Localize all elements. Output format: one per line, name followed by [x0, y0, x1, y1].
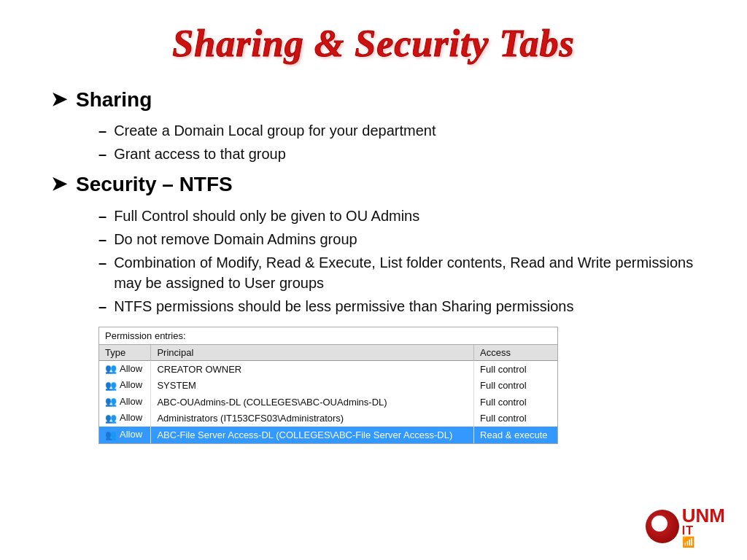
slide: Sharing & Security Tabs ➤ Sharing – Crea…	[0, 0, 747, 560]
cell-principal: Administrators (IT153CFS03\Administrator…	[151, 410, 474, 427]
permission-table: Type Principal Access 👥Allow CREATOR OWN…	[99, 345, 557, 443]
permission-box: Permission entries: Type Principal Acces…	[98, 327, 558, 444]
cell-principal: ABC-File Server Access-DL (COLLEGES\ABC-…	[151, 427, 474, 443]
col-access: Access	[474, 345, 557, 361]
logo-wifi-icon: 📶	[682, 537, 725, 547]
logo-icon	[646, 510, 679, 543]
col-type: Type	[99, 345, 151, 361]
security-sub-list: – Full Control should only be given to O…	[98, 206, 703, 316]
arrow-icon-security: ➤	[51, 173, 67, 195]
table-header-row: Type Principal Access	[99, 345, 557, 361]
cell-type: 👥Allow	[99, 377, 151, 394]
cell-type: 👥Allow	[99, 410, 151, 427]
logo-unm-text: UNM	[682, 506, 725, 525]
list-item: – Do not remove Domain Admins group	[98, 229, 703, 249]
cell-access: Full control	[474, 394, 557, 411]
table-body: 👥Allow CREATOR OWNER Full control 👥Allow…	[99, 360, 557, 443]
logo-text: UNM IT 📶	[682, 506, 725, 547]
cell-access: Full control	[474, 360, 557, 377]
security-item-3: Combination of Modify, Read & Execute, L…	[114, 252, 703, 293]
security-section-header: ➤ Security – NTFS	[51, 171, 703, 198]
table-row: 👥Allow ABC-OUAdmins-DL (COLLEGES\ABC-OUA…	[99, 394, 557, 411]
sharing-item-1: Create a Domain Local group for your dep…	[114, 120, 436, 141]
cell-access: Full control	[474, 410, 557, 427]
security-label: Security – NTFS	[76, 171, 233, 198]
cell-type: 👥Allow	[99, 394, 151, 411]
security-item-2: Do not remove Domain Admins group	[114, 229, 357, 249]
list-item: – NTFS permissions should be less permis…	[98, 296, 703, 316]
table-row: 👥Allow SYSTEM Full control	[99, 377, 557, 394]
table-row: 👥Allow Administrators (IT153CFS03\Admini…	[99, 410, 557, 427]
logo-it-text: IT	[682, 525, 725, 537]
dash-icon: –	[98, 296, 107, 316]
dash-icon: –	[98, 144, 107, 164]
security-item-1: Full Control should only be given to OU …	[114, 206, 419, 226]
cell-principal: SYSTEM	[151, 377, 474, 394]
sharing-item-2: Grant access to that group	[114, 144, 286, 164]
logo-area: UNM IT 📶	[646, 506, 725, 547]
dash-icon: –	[98, 229, 107, 249]
permission-entries-label: Permission entries:	[99, 327, 557, 345]
list-item: – Create a Domain Local group for your d…	[98, 120, 703, 141]
dash-icon: –	[98, 252, 107, 273]
content-area: ➤ Sharing – Create a Domain Local group …	[44, 87, 703, 444]
cell-access: Full control	[474, 377, 557, 394]
list-item: – Combination of Modify, Read & Execute,…	[98, 252, 703, 293]
table-row: 👥Allow ABC-File Server Access-DL (COLLEG…	[99, 427, 557, 443]
cell-principal: CREATOR OWNER	[151, 360, 474, 377]
cell-access: Read & execute	[474, 427, 557, 443]
cell-type: 👥Allow	[99, 360, 151, 377]
security-item-4: NTFS permissions should be less permissi…	[114, 296, 573, 316]
dash-icon: –	[98, 206, 107, 226]
col-principal: Principal	[151, 345, 474, 361]
cell-type: 👥Allow	[99, 427, 151, 443]
cell-principal: ABC-OUAdmins-DL (COLLEGES\ABC-OUAdmins-D…	[151, 394, 474, 411]
dash-icon: –	[98, 120, 107, 141]
sharing-label: Sharing	[76, 87, 152, 113]
slide-title: Sharing & Security Tabs	[44, 22, 703, 65]
table-row: 👥Allow CREATOR OWNER Full control	[99, 360, 557, 377]
arrow-icon-sharing: ➤	[51, 88, 67, 111]
list-item: – Grant access to that group	[98, 144, 703, 164]
list-item: – Full Control should only be given to O…	[98, 206, 703, 226]
sharing-section-header: ➤ Sharing	[51, 87, 703, 113]
sharing-sub-list: – Create a Domain Local group for your d…	[98, 120, 703, 164]
